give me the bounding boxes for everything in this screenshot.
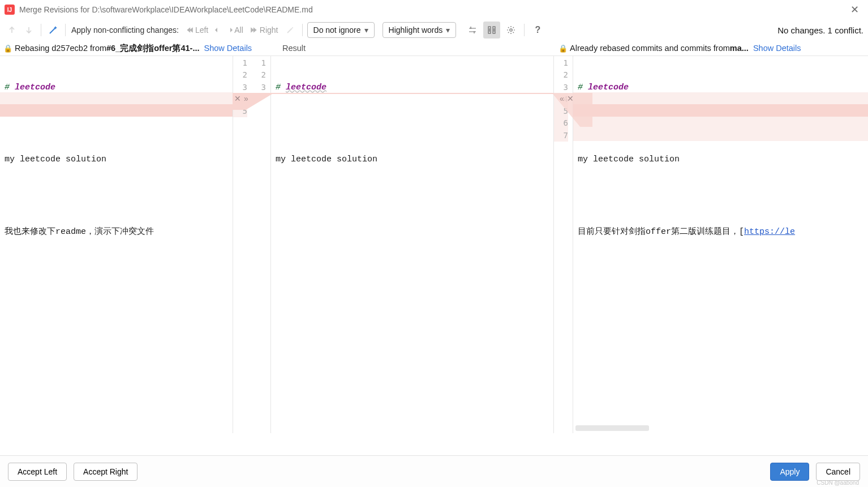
close-icon[interactable]: ✕ xyxy=(846,3,863,16)
left-line-numbers: 1 2 3 4 5 xyxy=(233,56,252,433)
ln-num: 7 xyxy=(554,130,568,142)
dismiss-icon[interactable]: ✕ xyxy=(234,95,242,102)
collapse-unchanged-icon[interactable] xyxy=(464,22,481,39)
apply-nonconflicting-label: Apply non-conflicting changes: xyxy=(71,25,179,35)
help-icon[interactable]: ? xyxy=(529,22,546,39)
link-text: https://le xyxy=(744,226,795,238)
lock-icon: 🔒 xyxy=(558,44,568,53)
left-show-details-link[interactable]: Show Details xyxy=(204,44,252,53)
left-header-branch: #6_完成剑指offer第41-... xyxy=(106,43,199,54)
prev-diff-icon[interactable] xyxy=(5,23,19,37)
ignore-dd-label: Do not ignore xyxy=(313,25,361,35)
settings-icon[interactable] xyxy=(502,22,519,39)
result-pane-header: Result xyxy=(271,41,554,55)
code-line: my leetcode solution xyxy=(578,153,868,165)
md-title: leetcode xyxy=(286,82,326,93)
title-bar: IJ Merge Revisions for D:\softwareWorkpl… xyxy=(0,0,868,19)
conflict-line: 我也来修改下readme，演示下冲突文件 xyxy=(5,226,233,238)
magic-wand-icon[interactable] xyxy=(283,23,298,37)
separator xyxy=(524,24,525,36)
left-conflict-actions: ✕ » xyxy=(234,95,250,102)
sync-scroll-icon[interactable] xyxy=(483,22,500,39)
right-show-details-link[interactable]: Show Details xyxy=(753,44,801,53)
changes-status: No changes. 1 conflict. xyxy=(777,25,863,35)
magic-resolve-icon[interactable] xyxy=(46,23,61,37)
apply-all-button[interactable]: All xyxy=(213,24,246,36)
apply-left-label: Left xyxy=(195,25,208,35)
app-icon: IJ xyxy=(5,5,15,15)
accept-right-icon[interactable]: » xyxy=(242,95,250,102)
mid-code[interactable]: # leetcode my leetcode solution xyxy=(271,56,553,190)
lock-icon: 🔒 xyxy=(3,44,12,53)
svg-point-0 xyxy=(292,27,293,28)
bracket: [ xyxy=(739,226,744,238)
left-header-prefix: Rebasing d257ecb2 from xyxy=(15,44,106,53)
ln-num: 3 xyxy=(252,82,266,93)
right-header-prefix: Already rebased commits and commits from xyxy=(570,44,730,53)
apply-right-label: Right xyxy=(260,25,278,35)
accept-right-button[interactable]: Accept Right xyxy=(74,463,137,481)
accept-left-icon[interactable]: « xyxy=(558,95,566,102)
mid-left-line-numbers: 1 2 3 xyxy=(252,56,270,433)
ln-num: 5 xyxy=(554,105,568,117)
right-line-numbers: 1 2 3 4 5 6 7 xyxy=(554,56,573,433)
watermark: CSDN @aabond xyxy=(817,480,859,486)
md-hash: # xyxy=(578,82,583,93)
right-header-branch: ma... xyxy=(730,44,749,53)
ln-num: 2 xyxy=(252,69,266,81)
separator xyxy=(41,24,41,36)
result-editor[interactable]: # leetcode my leetcode solution xyxy=(271,56,554,433)
cancel-button[interactable]: Cancel xyxy=(816,463,860,481)
left-pane-header: 🔒 Rebasing d257ecb2 from #6_完成剑指offer第41… xyxy=(0,41,271,55)
next-diff-icon[interactable] xyxy=(22,23,36,37)
column-headers: 🔒 Rebasing d257ecb2 from #6_完成剑指offer第41… xyxy=(0,41,868,55)
ln-num: 2 xyxy=(233,69,247,81)
md-title: leetcode xyxy=(588,82,629,93)
right-editor[interactable]: # leetcode my leetcode solution 目前只要针对剑指… xyxy=(573,56,868,433)
conflict-line: 目前只要针对剑指offer第二版训练题目， xyxy=(578,226,739,238)
md-hash: # xyxy=(276,82,281,93)
chevron-down-icon: ▾ xyxy=(364,25,368,35)
right-conflict-actions: « ✕ xyxy=(558,95,574,102)
toolbar: Apply non-conflicting changes: Left All … xyxy=(0,19,868,41)
separator xyxy=(65,24,66,36)
window-title: Merge Revisions for D:\softwareWorkplace… xyxy=(19,5,846,14)
code-line: my leetcode solution xyxy=(276,153,553,165)
ln-num: 1 xyxy=(233,57,247,69)
code-line: my leetcode solution xyxy=(5,153,233,165)
accept-left-button[interactable]: Accept Left xyxy=(8,463,67,481)
ln-num: 6 xyxy=(554,117,568,129)
right-pane-header: 🔒 Already rebased commits and commits fr… xyxy=(554,41,868,55)
ln-num: 3 xyxy=(233,82,247,93)
horizontal-scrollbar[interactable] xyxy=(575,425,649,431)
ln-num: 3 xyxy=(554,82,568,93)
ln-num: 1 xyxy=(252,57,266,69)
apply-all-label: All xyxy=(234,25,243,35)
ln-num: 2 xyxy=(554,69,568,81)
svg-point-3 xyxy=(510,29,512,31)
separator xyxy=(302,24,303,36)
left-gutters: 1 2 3 4 5 1 2 3 xyxy=(233,56,271,433)
ignore-whitespace-dropdown[interactable]: Do not ignore▾ xyxy=(307,22,375,38)
ln-num: 1 xyxy=(554,57,568,69)
md-title: leetcode xyxy=(15,82,55,93)
merge-editors: # leetcode my leetcode solution 我也来修改下re… xyxy=(0,55,868,433)
apply-left-button[interactable]: Left xyxy=(183,24,210,36)
left-code[interactable]: # leetcode my leetcode solution 我也来修改下re… xyxy=(0,56,233,262)
bottom-bar: Accept Left Accept Right Apply Cancel xyxy=(0,455,868,487)
chevron-down-icon: ▾ xyxy=(446,25,450,35)
highlight-dd-label: Highlight words xyxy=(389,25,443,35)
apply-button[interactable]: Apply xyxy=(770,463,809,481)
highlight-dropdown[interactable]: Highlight words▾ xyxy=(383,22,457,38)
left-editor[interactable]: # leetcode my leetcode solution 我也来修改下re… xyxy=(0,56,233,433)
dismiss-icon[interactable]: ✕ xyxy=(566,95,574,102)
right-code[interactable]: # leetcode my leetcode solution 目前只要针对剑指… xyxy=(573,56,868,262)
md-hash: # xyxy=(5,82,10,93)
apply-right-button[interactable]: Right xyxy=(248,24,281,36)
ln-num: 5 xyxy=(233,105,247,117)
